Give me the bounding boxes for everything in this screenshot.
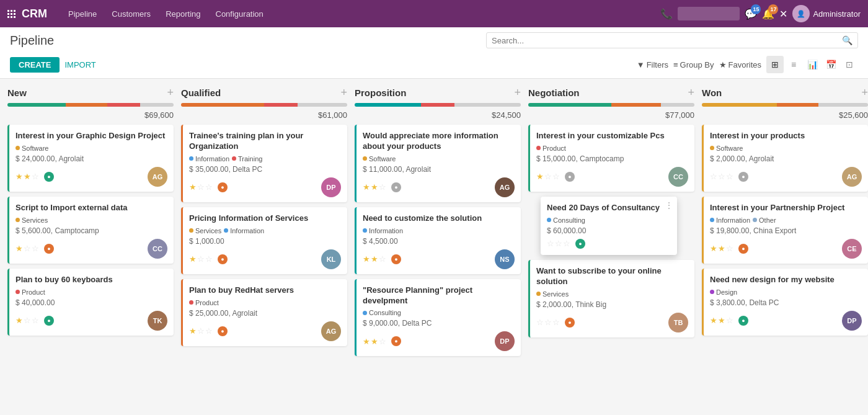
clock-icon: ● — [44, 172, 54, 182]
star-2: ☆ — [32, 244, 39, 253]
card-footer: ★★☆ ● DP — [363, 331, 515, 351]
kanban-card[interactable]: Plan to buy RedHat servers Product $ 25,… — [181, 279, 347, 346]
star-2: ☆ — [379, 182, 386, 192]
nav-reporting[interactable]: Reporting — [159, 7, 206, 21]
tag-dot-icon — [189, 156, 193, 161]
search-input[interactable] — [492, 36, 842, 45]
column-new: New + $69,600 Interest in your Graphic D… — [7, 86, 174, 341]
star-1: ☆ — [197, 182, 205, 192]
bell-icon[interactable]: 🔔17 — [762, 8, 774, 20]
close-icon[interactable]: ✕ — [779, 8, 787, 20]
card-tag: Information — [224, 227, 264, 234]
avatar: NS — [495, 249, 515, 269]
card-tags: Services — [536, 290, 688, 298]
card-title: Interest in your customizable Pcs — [536, 131, 688, 141]
search-icon: 🔍 — [842, 35, 852, 45]
kanban-card[interactable]: Need new design for my website Design $ … — [702, 269, 868, 336]
avatar: AG — [842, 167, 862, 187]
chat-icon[interactable]: 💬15 — [745, 8, 757, 20]
avatar: AG — [321, 321, 341, 341]
user-menu[interactable]: 👤 Administrator — [792, 5, 861, 22]
popup-title: Need 20 Days of Consultancy — [547, 203, 671, 213]
kanban-card[interactable]: Interest in your customizable Pcs Produc… — [528, 125, 694, 192]
card-footer: ★☆☆ ● AG — [189, 321, 341, 341]
create-button[interactable]: CREATE — [10, 57, 60, 73]
card-footer: ★☆☆ ● TK — [16, 311, 167, 331]
topnav-search[interactable] — [678, 7, 740, 20]
star-0: ★ — [189, 254, 197, 264]
kanban-card[interactable]: Want to subscribe to your online solutio… — [528, 260, 694, 337]
card-tags: InformationOther — [710, 216, 862, 224]
star-2: ☆ — [379, 337, 386, 346]
chart-view-icon[interactable]: 📊 — [804, 56, 821, 73]
kanban-card[interactable]: Script to Import external data Services … — [7, 197, 174, 264]
column-add-new[interactable]: + — [167, 86, 174, 99]
star-2: ☆ — [32, 172, 39, 181]
import-button[interactable]: IMPORT — [64, 60, 95, 69]
star-icon: ★ — [719, 60, 727, 69]
card-tag: Other — [753, 216, 776, 224]
phone-icon[interactable]: 📞 — [660, 8, 673, 20]
favorites-button[interactable]: ★ Favorites — [719, 60, 761, 69]
nav-customers[interactable]: Customers — [105, 7, 157, 21]
star-2: ☆ — [726, 244, 733, 253]
clock-icon: ● — [218, 254, 228, 264]
filters-button[interactable]: ▼ Filters — [637, 60, 668, 69]
kanban-card[interactable]: "Resource Planning" project develpment C… — [355, 279, 521, 357]
column-add-proposition[interactable]: + — [514, 86, 521, 99]
card-amount: $ 1,000.00 — [189, 237, 341, 246]
column-add-qualified[interactable]: + — [340, 86, 347, 99]
card-footer: ★★☆ ● CE — [710, 239, 862, 259]
star-0: ★ — [16, 172, 23, 181]
kanban-card[interactable]: Trainee's training plan in your Organiza… — [181, 125, 347, 202]
groupby-button[interactable]: ≡ Group By — [673, 60, 714, 69]
column-add-won[interactable]: + — [861, 86, 868, 99]
stars: ★★☆ — [710, 316, 733, 325]
apps-grid-icon[interactable] — [7, 10, 16, 18]
star-0: ★ — [710, 316, 717, 325]
card-tag: Information — [363, 227, 403, 234]
card-title: Script to Import external data — [16, 203, 167, 213]
kanban-card[interactable]: Plan to buy 60 keyboards Product $ 40,00… — [7, 269, 174, 336]
star-0: ★ — [363, 254, 370, 264]
clock-icon: ● — [738, 172, 748, 182]
app-logo: CRM — [22, 7, 47, 20]
star-1: ☆ — [718, 172, 725, 181]
nav-pipeline[interactable]: Pipeline — [62, 7, 103, 21]
list-view-icon[interactable]: ≡ — [785, 56, 802, 73]
kanban-card[interactable]: Would appreciate more information about … — [355, 125, 521, 202]
grid-view-icon[interactable]: ⊡ — [841, 56, 858, 73]
popup-kebab[interactable]: ⋮ — [665, 200, 673, 210]
star-1: ★ — [371, 182, 378, 192]
kanban-card[interactable]: Need to customize the solution Informati… — [355, 207, 521, 274]
star-0: ☆ — [710, 172, 717, 181]
stars: ★★☆ — [363, 337, 386, 346]
kanban-card[interactable]: Interest in your Graphic Design Project … — [7, 125, 174, 192]
kanban-card[interactable]: Pricing Information of Services Services… — [181, 207, 347, 274]
card-amount: $ 3,800.00, Delta PC — [710, 298, 862, 307]
kanban-view-icon[interactable]: ⊞ — [766, 56, 784, 73]
star-1: ☆ — [197, 254, 205, 264]
nav-configuration[interactable]: Configuration — [210, 7, 270, 21]
card-footer: ★☆☆ ● KL — [189, 249, 341, 269]
tag-dot-icon — [363, 311, 367, 315]
star-0: ★ — [363, 182, 370, 192]
card-tag: Software — [710, 145, 743, 152]
user-name: Administrator — [813, 9, 861, 19]
search-bar: 🔍 — [486, 32, 858, 48]
kanban-card[interactable]: Interest in your products Software $ 2,0… — [702, 125, 868, 192]
avatar: AG — [495, 177, 515, 197]
card-tag: Information — [710, 216, 750, 224]
star-0: ★ — [363, 337, 370, 346]
column-qualified: Qualified + $61,000 Trainee's training p… — [181, 86, 347, 351]
clock-icon: ● — [44, 316, 54, 326]
calendar-view-icon[interactable]: 📅 — [822, 56, 839, 73]
tag-dot-icon — [753, 218, 757, 222]
star-2: ☆ — [32, 316, 39, 325]
clock-icon: ● — [738, 316, 748, 326]
column-add-negotiation[interactable]: + — [688, 86, 694, 99]
card-tag: Software — [16, 145, 48, 152]
popup-tag: Consulting — [547, 216, 585, 224]
popup-star: ☆ — [555, 239, 562, 248]
kanban-card[interactable]: Interest in your Partnership Project Inf… — [702, 197, 868, 264]
